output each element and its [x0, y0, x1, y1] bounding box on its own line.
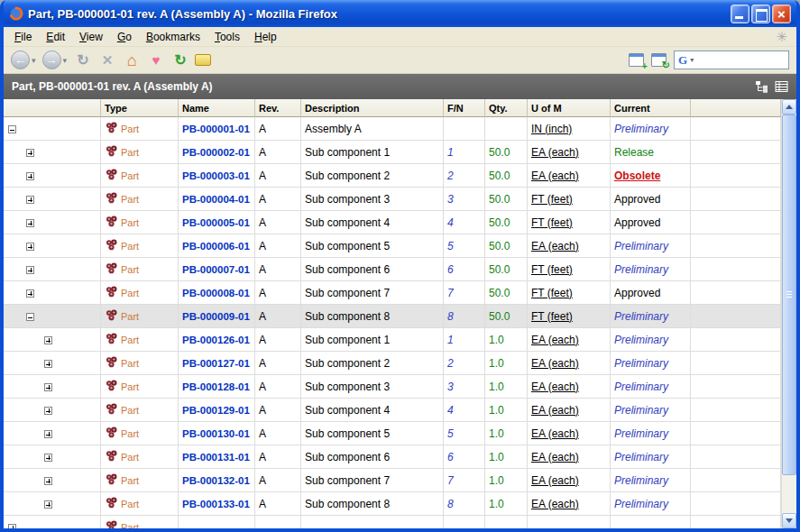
expand-toggle[interactable]	[8, 524, 16, 528]
refresh-green-button[interactable]: ↻	[170, 53, 190, 68]
column-header[interactable]: Rev.	[255, 99, 301, 117]
part-name-link[interactable]: PB-000005-01	[182, 217, 250, 228]
vertical-scrollbar[interactable]	[781, 99, 796, 528]
search-engine-dropdown-icon[interactable]: ▾	[690, 56, 694, 64]
expand-toggle[interactable]	[26, 289, 34, 298]
part-name-link[interactable]: PB-000131-01	[182, 452, 250, 463]
expand-toggle[interactable]	[44, 407, 52, 415]
close-button[interactable]	[772, 5, 791, 23]
expand-toggle[interactable]	[44, 500, 52, 509]
uom-link[interactable]: EA (each)	[531, 240, 579, 252]
expand-toggle[interactable]	[26, 196, 34, 204]
maximize-button[interactable]	[751, 5, 770, 23]
part-name-link[interactable]: PB-000126-01	[182, 335, 250, 345]
column-header[interactable]: Name	[179, 99, 255, 117]
menu-item[interactable]: Tools	[207, 28, 247, 46]
menu-item[interactable]: Help	[247, 28, 284, 46]
scrollbar-thumb[interactable]	[782, 115, 796, 475]
uom-link[interactable]: FT (feet)	[531, 193, 573, 206]
home-button[interactable]: ⌂	[122, 52, 142, 69]
stop-button[interactable]: ✕	[97, 53, 117, 67]
part-name-link[interactable]: PB-000009-01	[182, 311, 250, 322]
uom-link[interactable]: EA (each)	[531, 381, 579, 393]
uom-link[interactable]: EA (each)	[531, 451, 579, 463]
favorites-heart-button[interactable]: ♥	[146, 53, 166, 67]
column-header[interactable]: F/N	[444, 99, 485, 117]
scroll-up-button[interactable]	[782, 99, 796, 115]
table-row[interactable]: Part PB-000127-01 A Sub component 2 2 1.…	[4, 352, 781, 375]
part-name-link[interactable]: PB-000004-01	[182, 194, 250, 205]
uom-link[interactable]: FT (feet)	[531, 310, 573, 323]
part-name-link[interactable]: PB-000008-01	[182, 288, 250, 298]
menu-item[interactable]: Edit	[39, 28, 72, 46]
table-row[interactable]: Part PB-000128-01 A Sub component 3 3 1.…	[4, 375, 781, 399]
table-row[interactable]: Part PB-000009-01 A Sub component 8 8 50…	[4, 305, 781, 328]
column-header[interactable]	[4, 99, 101, 117]
part-name-link[interactable]: PB-000133-01	[182, 499, 250, 509]
part-name-link[interactable]: PB-000003-01	[182, 170, 250, 181]
expand-toggle[interactable]	[44, 430, 52, 438]
uom-link[interactable]: FT (feet)	[531, 287, 573, 299]
uom-link[interactable]: EA (each)	[531, 474, 579, 487]
table-row[interactable]: Part PB-000131-01 A Sub component 6 6 1.…	[4, 445, 781, 469]
uom-link[interactable]: EA (each)	[531, 170, 579, 182]
table-row[interactable]: Part PB-000005-01 A Sub component 4 4 50…	[4, 211, 781, 234]
part-name-link[interactable]: PB-000128-01	[182, 381, 250, 392]
refresh-window-button[interactable]: ↻	[651, 53, 667, 67]
expand-toggle[interactable]	[8, 125, 16, 133]
uom-link[interactable]: FT (feet)	[531, 216, 573, 229]
part-name-link[interactable]: PB-000007-01	[182, 264, 250, 275]
expand-toggle[interactable]	[44, 454, 52, 462]
uom-link[interactable]: EA (each)	[531, 146, 579, 159]
column-header[interactable]: Description	[301, 99, 444, 117]
menu-item[interactable]: File	[7, 28, 39, 46]
search-engine-icon[interactable]: G	[678, 53, 687, 68]
table-row[interactable]: Part PB-000007-01 A Sub component 6 6 50…	[4, 258, 781, 281]
expand-toggle[interactable]	[44, 360, 52, 368]
expand-toggle[interactable]	[26, 313, 34, 321]
part-name-link[interactable]: PB-000127-01	[182, 358, 250, 369]
expand-toggle[interactable]	[26, 219, 34, 227]
new-item-button[interactable]: +	[629, 53, 644, 67]
forward-dropdown-icon[interactable]: ▾	[63, 56, 68, 65]
part-name-link[interactable]: PB-000130-01	[182, 428, 250, 439]
menu-item[interactable]: Bookmarks	[139, 28, 207, 46]
table-row[interactable]: Part PB-000003-01 A Sub component 2 2 50…	[4, 164, 781, 188]
menu-item[interactable]: Go	[110, 28, 139, 46]
table-row[interactable]: Part PB-000132-01 A Sub component 7 7 1.…	[4, 469, 781, 492]
back-dropdown-icon[interactable]: ▾	[32, 56, 36, 65]
expand-toggle[interactable]	[26, 266, 34, 274]
expand-toggle[interactable]	[26, 149, 34, 157]
uom-link[interactable]: EA (each)	[531, 427, 579, 440]
tree-view-icon[interactable]	[755, 80, 768, 93]
reload-button[interactable]: ↻	[73, 53, 93, 68]
uom-link[interactable]: EA (each)	[531, 357, 579, 370]
part-name-link[interactable]: PB-000002-01	[182, 147, 250, 158]
expand-toggle[interactable]	[44, 383, 52, 391]
table-row[interactable]: Part PB-000133-01 A Sub component 8 8 1.…	[4, 492, 781, 516]
search-input[interactable]	[696, 54, 785, 67]
column-header[interactable]: Type	[101, 99, 179, 117]
table-row[interactable]: Part PB-000129-01 A Sub component 4 4 1.…	[4, 399, 781, 422]
part-name-link[interactable]: PB-000006-01	[182, 241, 250, 252]
table-row[interactable]: Part PB-000006-01 A Sub component 5 5 50…	[4, 234, 781, 258]
minimize-button[interactable]	[731, 5, 749, 23]
uom-link[interactable]: IN (inch)	[531, 123, 572, 135]
part-name-link[interactable]: PB-000132-01	[182, 475, 250, 486]
expand-toggle[interactable]	[44, 336, 52, 344]
expand-toggle[interactable]	[26, 172, 34, 180]
expand-toggle[interactable]	[44, 477, 52, 485]
uom-link[interactable]: EA (each)	[531, 404, 579, 417]
column-header[interactable]: U of M	[528, 99, 611, 117]
forward-button[interactable]: →	[42, 50, 61, 69]
uom-link[interactable]: EA (each)	[531, 498, 579, 510]
column-header[interactable]: Current	[611, 99, 691, 117]
part-name-link[interactable]: PB-000001-01	[182, 124, 250, 134]
uom-link[interactable]: EA (each)	[531, 334, 579, 346]
column-header[interactable]	[691, 99, 781, 117]
table-row[interactable]: Part PB-000130-01 A Sub component 5 5 1.…	[4, 422, 781, 445]
back-button[interactable]: ←	[11, 50, 30, 69]
table-row[interactable]: Part PB-000008-01 A Sub component 7 7 50…	[4, 281, 781, 305]
table-row[interactable]: Part PB-000004-01 A Sub component 3 3 50…	[4, 188, 781, 211]
part-name-link[interactable]: PB-000129-01	[182, 405, 250, 416]
